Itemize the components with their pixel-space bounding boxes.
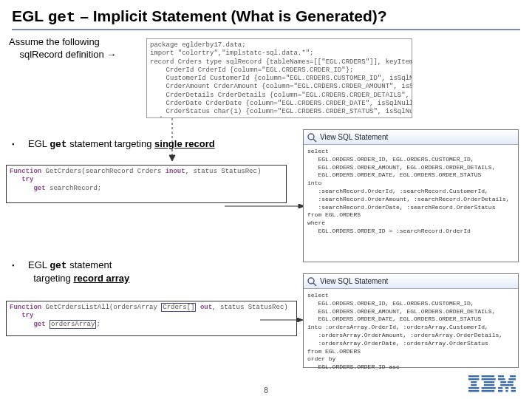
svg-point-4	[308, 134, 314, 140]
sql1-title: View SQL Statement	[320, 133, 388, 141]
cm-t2: , status StatusRec)	[185, 168, 262, 175]
assume-line1: Assume the following	[9, 36, 100, 47]
cb-kw1: Function	[10, 304, 41, 311]
cm-kw2: inout	[166, 168, 185, 175]
b2-l2ul: record array	[73, 273, 129, 284]
slide-title: EGL get – Implicit Statement (What is Ge…	[12, 7, 520, 30]
sql1-body: select EGL.ORDERS.ORDER_ID, EGL.ORDERS.C…	[304, 145, 518, 239]
b1-pre: EGL	[28, 138, 50, 149]
svg-rect-21	[482, 390, 495, 392]
assume-line2: sqlRecord definition	[19, 49, 106, 60]
svg-marker-1	[169, 155, 175, 161]
cm-t3: searchRecord;	[46, 185, 102, 192]
b2-l2pre: targeting	[33, 273, 73, 284]
svg-rect-22	[498, 375, 504, 377]
b2-mid: statement	[67, 259, 112, 270]
cb-hl2: ordersArray	[50, 320, 96, 329]
svg-rect-26	[500, 381, 506, 383]
magnifier-icon	[307, 132, 317, 143]
cb-t1: GetCrdersListAll(ordersArray	[41, 304, 161, 311]
code-get-array: Function GetCrdersListAll(ordersArray Cr…	[6, 301, 297, 336]
arrow-right-icon-2	[260, 318, 304, 322]
svg-rect-23	[510, 375, 516, 377]
title-rest: – Implicit Statement (What is Generated)…	[75, 7, 386, 24]
cb-t3: ;	[96, 321, 100, 328]
b1-mid: statement targeting	[67, 138, 155, 149]
sql2-titlebar: View SQL Statement	[304, 274, 518, 289]
title-mono: get	[48, 9, 76, 26]
svg-rect-24	[498, 378, 505, 380]
code-get-single: Function GetCrders(searchRecord Crders i…	[6, 165, 287, 203]
cm-kw1: Function	[10, 168, 41, 175]
svg-marker-7	[297, 318, 303, 322]
sql2-title: View SQL Statement	[320, 277, 388, 285]
ibm-logo-icon	[468, 375, 516, 395]
b2-pre: EGL	[28, 259, 50, 270]
svg-rect-20	[482, 387, 496, 389]
svg-rect-14	[468, 387, 479, 389]
dashed-arrow-down-icon	[168, 118, 176, 163]
svg-rect-18	[484, 381, 494, 383]
page-number: 8	[0, 386, 532, 395]
sql-dialog-titlebar: View SQL Statement	[304, 130, 518, 145]
cb-hl1: Crders[]	[161, 303, 196, 312]
magnifier-icon-2	[307, 276, 317, 287]
svg-rect-25	[508, 378, 516, 380]
svg-rect-27	[508, 381, 514, 383]
title-prefix: EGL	[12, 7, 48, 24]
b2-mono: get	[50, 260, 66, 271]
svg-rect-17	[482, 378, 496, 380]
svg-rect-16	[482, 375, 495, 377]
sql-dialog-single: View SQL Statement select EGL.ORDERS.ORD…	[303, 129, 519, 262]
sql-dialog-array: View SQL Statement select EGL.ORDERS.ORD…	[303, 273, 519, 368]
cm-try: try	[21, 176, 33, 183]
sql2-body: select EGL.ORDERS.ORDER_ID, EGL.ORDERS.C…	[304, 289, 518, 375]
svg-rect-12	[471, 381, 477, 383]
arrow-right-icon: →	[106, 49, 116, 60]
svg-point-8	[308, 278, 314, 284]
svg-rect-29	[498, 387, 502, 389]
cb-t2: , status StatusRec)	[212, 304, 288, 311]
svg-rect-13	[471, 384, 477, 386]
cb-get: get	[33, 321, 45, 328]
cb-try: try	[21, 312, 33, 319]
svg-line-9	[313, 283, 316, 286]
svg-rect-11	[468, 378, 479, 380]
code-record-definition: package eglderby17.data; import "colortr…	[146, 38, 412, 118]
b1-ul: single record	[154, 138, 215, 149]
cm-t1: GetCrders(searchRecord Crders	[41, 168, 165, 175]
svg-line-5	[313, 139, 316, 142]
cm-get: get	[33, 185, 45, 192]
svg-rect-19	[484, 384, 494, 386]
svg-rect-15	[468, 390, 479, 392]
bullet-mark-icon: ▪	[12, 140, 18, 148]
arrow-right-icon-1	[225, 204, 306, 208]
cb-kw2: out	[200, 304, 212, 311]
svg-rect-10	[468, 375, 479, 377]
svg-rect-33	[505, 390, 508, 392]
b1-mono: get	[50, 139, 66, 150]
svg-rect-31	[511, 387, 516, 389]
bullet-mark-icon-2: ▪	[12, 262, 18, 269]
svg-rect-34	[511, 390, 516, 392]
svg-rect-32	[498, 390, 502, 392]
svg-rect-28	[500, 384, 514, 386]
svg-rect-30	[505, 387, 509, 389]
